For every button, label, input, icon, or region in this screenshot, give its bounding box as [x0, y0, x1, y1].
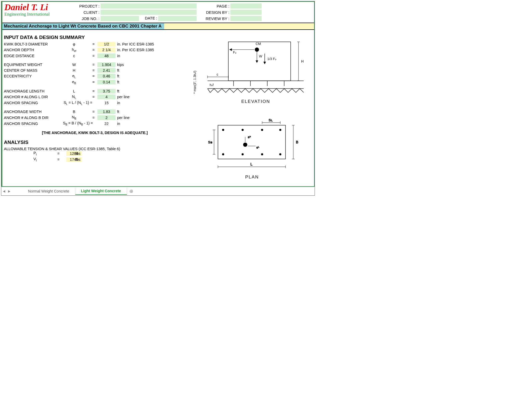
svg-marker-9 [230, 49, 232, 51]
row-unit: ft [116, 89, 168, 93]
add-sheet-icon[interactable]: ⊕ [127, 188, 136, 194]
row-sym: L [58, 89, 90, 93]
review-label: REVIEW BY : [197, 16, 230, 21]
row-unit: in [116, 101, 168, 105]
tab-next-icon[interactable]: ▶ [6, 189, 12, 193]
row-label: ANCHORAGE LENGTH [4, 89, 58, 93]
design-label: DESIGN BY : [197, 10, 230, 15]
row-sym: B [58, 110, 90, 114]
date-field[interactable] [158, 16, 197, 21]
row-sym: eB [58, 80, 90, 85]
B-label: B [296, 140, 298, 144]
cell-input[interactable]: 3.75 [97, 89, 116, 94]
cell-input[interactable]: 2.41 [97, 68, 116, 73]
SB-label: Sʙ [208, 140, 212, 144]
svg-point-7 [255, 48, 259, 52]
title-bar: Mechanical Anchorage to Light Wt Concret… [2, 23, 314, 30]
diagram-panel: CM Fₚ W 1/3 Fₚ H [186, 32, 312, 185]
tab-normal-weight[interactable]: Normal Weight Concrete [22, 188, 75, 195]
row-label: ANCHOR DEPTH [4, 48, 58, 52]
row-sym: Vt [19, 157, 51, 162]
row-unit: in [116, 122, 168, 126]
svg-point-25 [279, 129, 281, 131]
jobno-field[interactable] [101, 16, 139, 21]
elevation-caption: ELEVATION [241, 99, 270, 104]
cell-input[interactable]: 48 [97, 54, 116, 58]
w-label: W [259, 54, 262, 58]
svg-point-24 [261, 129, 263, 131]
analysis-rows: Pt = 1284 lbs Vt = 1745 lbs [19, 151, 186, 162]
row-label: EQUIPMENT WEIGHT [4, 63, 58, 67]
row-unit: ft [116, 110, 168, 114]
H-label: H [301, 59, 304, 63]
cell-input[interactable]: 2 1/4 [97, 48, 116, 52]
cell-input[interactable]: 1/2 [97, 42, 116, 46]
row-unit: lbs [74, 157, 92, 162]
elevation-diagram: CM Fₚ W 1/3 Fₚ H [186, 34, 312, 113]
header: Daniel T. Li Engineering International P… [2, 2, 314, 23]
brand-name: Daniel T. Li [4, 3, 69, 12]
client-label: CLIENT : [69, 10, 101, 15]
section-analysis: ANALYSIS [4, 139, 186, 145]
design-field[interactable] [230, 10, 262, 15]
eL-label: eᴸ [256, 146, 260, 149]
row-sym: SL = L / (NL - 1) = [58, 101, 97, 105]
page-label: PAGE : [197, 4, 230, 8]
row-label: ECCENTRICITY [4, 74, 58, 78]
svg-point-29 [279, 153, 281, 155]
svg-rect-0 [228, 42, 291, 81]
title-text: Mechanical Anchorage to Light Wt Concret… [2, 23, 163, 29]
row-label: ANCHOR # ALONG L DIR [4, 95, 58, 99]
row-label: ANCHOR SPACING [4, 101, 58, 105]
row-label: ANCHOR # ALONG B DIR [4, 116, 58, 120]
row-label: EDGE DISTANCE [4, 54, 58, 58]
eq: = [90, 42, 97, 46]
fp3-label: 1/3 Fₚ [267, 57, 277, 61]
svg-marker-11 [256, 61, 258, 63]
row-unit: kips [116, 63, 168, 67]
spreadsheet-page: Daniel T. Li Engineering International P… [1, 1, 315, 187]
row-unit: in [116, 54, 168, 58]
analysis-subtitle: ALLOWABLE TENSION & SHEAR VALUES (ICC ES… [4, 147, 186, 151]
logo-block: Daniel T. Li Engineering International [4, 3, 69, 22]
cell-input[interactable]: 1.83 [97, 109, 116, 114]
svg-point-23 [242, 129, 244, 131]
row-unit: per line [116, 95, 168, 99]
section-input: INPUT DATA & DESIGN SUMMARY [4, 35, 186, 40]
row-label: KWIK BOLT-3 DIAMETER [4, 42, 58, 46]
row-sym: NB [58, 115, 90, 120]
project-field[interactable] [101, 3, 197, 9]
cell-input[interactable]: 1.904 [97, 62, 116, 67]
svg-point-26 [222, 153, 224, 155]
row-unit: in. Per ICC ESR-1385 [116, 48, 168, 52]
cell-input[interactable]: 4 [97, 95, 116, 99]
row-label: CENTER OF MASS [4, 68, 58, 72]
title-gap [164, 23, 314, 29]
cm-label: CM [256, 42, 261, 46]
plan-caption: PLAN [245, 175, 259, 180]
tab-light-weight[interactable]: Light Weight Concrete [75, 188, 127, 195]
sheet-tabs: ◀ ▶ Normal Weight Concrete Light Weight … [1, 187, 314, 195]
cell-input[interactable]: 2 [97, 115, 116, 120]
elevation-svg: CM Fₚ W 1/3 Fₚ H [189, 34, 309, 112]
row-sym: φ [58, 42, 90, 46]
row-sym: H [58, 68, 90, 72]
left-panel: INPUT DATA & DESIGN SUMMARY KWIK BOLT-3 … [4, 32, 186, 185]
SL-label: Sʟ [269, 118, 273, 122]
row-sym: NL [58, 95, 90, 99]
cell-input[interactable]: 0.46 [97, 74, 116, 78]
row-label: ANCHORAGE WIDTH [4, 110, 58, 114]
client-field[interactable] [101, 10, 197, 15]
date-label: DATE : [139, 16, 158, 21]
row-unit: ft [116, 74, 168, 78]
cell-input[interactable]: 0.14 [97, 80, 116, 84]
svg-point-27 [242, 153, 244, 155]
tab-prev-icon[interactable]: ◀ [1, 189, 6, 193]
project-label: PROJECT : [69, 4, 101, 8]
L-label: L [250, 162, 252, 166]
row-label: ANCHOR SPACING [4, 122, 58, 126]
row-sym: c [58, 54, 90, 58]
max-label: ^ max(3", 1.3hₑf) [193, 71, 197, 94]
review-field[interactable] [230, 16, 262, 21]
page-field[interactable] [230, 3, 262, 9]
